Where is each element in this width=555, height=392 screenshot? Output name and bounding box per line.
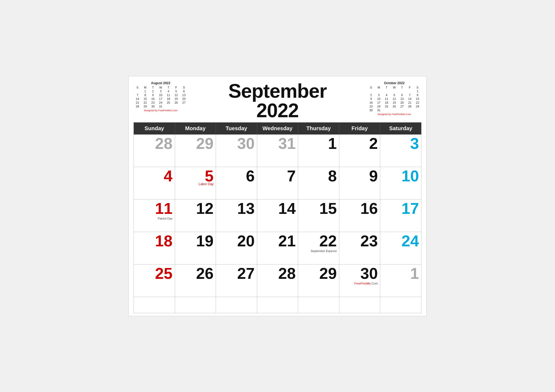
- week-row-2: 45Labor Day678910: [134, 167, 421, 199]
- day-number: 3: [382, 136, 419, 151]
- calendar-body: 2829303112345Labor Day67891011Patriot Da…: [134, 134, 421, 313]
- empty-cell: [134, 297, 175, 313]
- top-section: August 2022 SMTWTFS 12345678910111213141…: [134, 81, 421, 120]
- aug-credit: Designed by FreePrintMe.Com: [134, 109, 188, 112]
- day-cell-31-1-3: 31: [257, 134, 298, 167]
- day-cell-21-4-3: 21: [257, 232, 298, 264]
- day-cell-24-4-6: 24: [380, 232, 421, 264]
- day-number: 11: [136, 201, 173, 216]
- day-number: 24: [382, 233, 419, 249]
- oct-credit: Designed by FreePrintMe.Com: [367, 113, 421, 116]
- day-cell-22-4-4: 22September Equinox: [298, 232, 339, 264]
- col-header-wednesday: Wednesday: [257, 122, 298, 134]
- day-cell-19-4-1: 19: [175, 232, 216, 264]
- day-cell-12-3-1: 12: [175, 199, 216, 232]
- day-cell-7-2-3: 7: [257, 167, 298, 199]
- empty-cell: [257, 297, 298, 313]
- day-cell-16-3-5: 16: [339, 199, 380, 232]
- day-cell-9-2-5: 9: [339, 167, 380, 199]
- oct-title: October 2022: [367, 81, 421, 85]
- day-number: 29: [177, 136, 214, 151]
- day-number: 22: [300, 233, 337, 249]
- day-number: 9: [341, 168, 378, 184]
- day-number: 26: [177, 266, 214, 281]
- day-number: 14: [259, 201, 296, 216]
- mini-calendar-october: October 2022 SMTWTFS 1234567891011121314…: [367, 81, 421, 116]
- day-number: 12: [177, 201, 214, 216]
- day-number: 27: [218, 266, 255, 281]
- day-cell-14-3-3: 14: [257, 199, 298, 232]
- day-cell-30-5-5: 30FreePrintMe.Com: [339, 264, 380, 297]
- day-number: 18: [136, 233, 173, 249]
- day-cell-4-2-0: 4: [134, 167, 175, 199]
- event-label: September Equinox: [300, 249, 337, 253]
- col-header-tuesday: Tuesday: [216, 122, 257, 134]
- aug-credit-brand: FreePrintMe.Com: [158, 109, 178, 112]
- aug-table: SMTWTFS 12345678910111213141516171819202…: [134, 86, 188, 108]
- day-number: 15: [300, 201, 337, 216]
- day-cell-28-1-0: 28: [134, 134, 175, 167]
- empty-cell: [380, 297, 421, 313]
- week-row-5: 252627282930FreePrintMe.Com1: [134, 264, 421, 297]
- event-label: FreePrintMe.Com: [341, 282, 378, 285]
- col-header-friday: Friday: [339, 122, 380, 134]
- day-number: 19: [177, 233, 214, 249]
- day-cell-17-3-6: 17: [380, 199, 421, 232]
- day-number: 28: [259, 266, 296, 281]
- day-number: 13: [218, 201, 255, 216]
- day-cell-13-3-2: 13: [216, 199, 257, 232]
- day-cell-29-5-4: 29: [298, 264, 339, 297]
- day-number: 1: [300, 136, 337, 151]
- empty-cell: [298, 297, 339, 313]
- event-label: Patriot Day: [136, 217, 173, 220]
- day-number: 5: [177, 168, 214, 184]
- day-cell-3-1-6: 3: [380, 134, 421, 167]
- day-number: 4: [136, 168, 173, 184]
- day-cell-1-1-4: 1: [298, 134, 339, 167]
- empty-row: [134, 297, 421, 313]
- day-number: 10: [382, 168, 419, 184]
- main-calendar-grid: SundayMondayTuesdayWednesdayThursdayFrid…: [134, 122, 421, 313]
- col-header-saturday: Saturday: [380, 122, 421, 134]
- day-cell-25-5-0: 25: [134, 264, 175, 297]
- day-number: 2: [341, 136, 378, 151]
- day-number: 1: [382, 266, 419, 281]
- day-number: 23: [341, 233, 378, 249]
- year-title: 2022: [188, 101, 367, 120]
- day-number: 21: [259, 233, 296, 249]
- day-number: 29: [300, 266, 337, 281]
- day-cell-6-2-2: 6: [216, 167, 257, 199]
- day-cell-5-2-1: 5Labor Day: [175, 167, 216, 199]
- day-cell-29-1-1: 29: [175, 134, 216, 167]
- day-cell-11-3-0: 11Patriot Day: [134, 199, 175, 232]
- day-cell-23-4-5: 23: [339, 232, 380, 264]
- empty-cell: [216, 297, 257, 313]
- day-number: 31: [259, 136, 296, 151]
- holiday-label: Labor Day: [177, 182, 214, 186]
- col-header-sunday: Sunday: [134, 122, 175, 134]
- day-cell-2-1-5: 2: [339, 134, 380, 167]
- day-number: 17: [382, 201, 419, 216]
- col-header-monday: Monday: [175, 122, 216, 134]
- calendar-wrapper: August 2022 SMTWTFS 12345678910111213141…: [128, 76, 427, 316]
- day-cell-15-3-4: 15: [298, 199, 339, 232]
- day-number: 8: [300, 168, 337, 184]
- col-header-thursday: Thursday: [298, 122, 339, 134]
- day-cell-30-1-2: 30: [216, 134, 257, 167]
- day-number: 28: [136, 136, 173, 151]
- day-number: 7: [259, 168, 296, 184]
- week-row-4: 1819202122September Equinox2324: [134, 232, 421, 264]
- empty-cell: [175, 297, 216, 313]
- aug-credit-text: Designed by: [144, 109, 158, 112]
- calendar-header-row: SundayMondayTuesdayWednesdayThursdayFrid…: [134, 122, 421, 134]
- mini-calendar-august: August 2022 SMTWTFS 12345678910111213141…: [134, 81, 188, 112]
- day-number: 25: [136, 266, 173, 281]
- day-cell-8-2-4: 8: [298, 167, 339, 199]
- day-cell-20-4-2: 20: [216, 232, 257, 264]
- day-cell-10-2-6: 10: [380, 167, 421, 199]
- main-title: September 2022: [188, 81, 367, 120]
- day-cell-27-5-2: 27: [216, 264, 257, 297]
- day-number: 20: [218, 233, 255, 249]
- aug-title: August 2022: [134, 81, 188, 85]
- day-cell-26-5-1: 26: [175, 264, 216, 297]
